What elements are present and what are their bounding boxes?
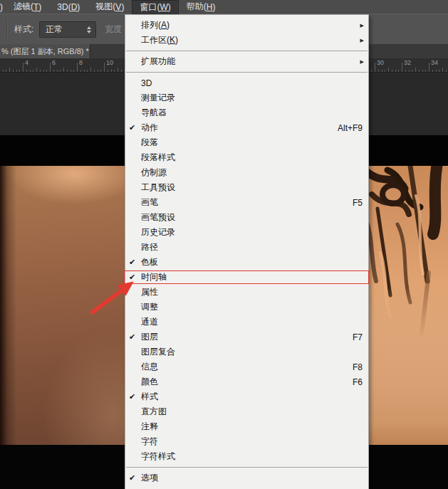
document-tab[interactable]: % (图层 1 副本, RGB/8) * × — [0, 44, 90, 58]
menu-item-label: 画笔 — [141, 196, 158, 209]
ruler-minor-tick — [43, 70, 44, 72]
ruler-minor-tick — [71, 70, 71, 72]
photo-skin-region — [0, 166, 128, 445]
menubar: )滤镜(T)3D(D)视图(V)窗口(W)帮助(H) — [0, 0, 448, 14]
ruler-minor-tick — [90, 68, 91, 72]
menubar-item[interactable]: 视图(V) — [88, 0, 132, 14]
menu-item-shortcut: F8 — [353, 362, 363, 372]
menu-item[interactable]: 属性 — [125, 285, 368, 300]
menu-item[interactable]: 工作区(K)▶ — [125, 33, 368, 48]
ruler-minor-tick — [36, 68, 37, 72]
menu-item[interactable]: 颜色F6 — [125, 374, 368, 389]
options-separator — [6, 20, 8, 38]
ruler-minor-tick — [9, 68, 10, 72]
menu-item[interactable]: 直方图 — [125, 404, 368, 419]
menu-item-shortcut: Alt+F9 — [338, 123, 363, 133]
ruler-minor-tick — [60, 70, 61, 72]
menu-item[interactable]: 字符 — [125, 434, 368, 449]
menu-item[interactable]: 仿制源 — [125, 165, 368, 180]
ruler-minor-tick — [3, 70, 4, 72]
branches-illustration — [366, 166, 448, 445]
menu-item-label: 段落样式 — [141, 152, 175, 164]
menu-item[interactable]: ✔色板 — [125, 255, 368, 270]
ruler-number: 34 — [431, 59, 438, 66]
ruler-minor-tick — [26, 70, 27, 72]
menu-item-label: 图层复合 — [141, 346, 175, 358]
menu-item[interactable]: 调整 — [125, 300, 368, 315]
ruler-minor-tick — [388, 68, 389, 72]
menu-item[interactable]: 通道 — [125, 315, 368, 330]
menubar-item[interactable]: 窗口(W) — [132, 0, 178, 14]
menubar-item[interactable]: 滤镜(T) — [6, 0, 49, 14]
menu-item-label: 属性 — [141, 286, 158, 298]
ruler-major-tick — [77, 63, 78, 72]
menu-item-label: 图层 — [141, 331, 158, 343]
ruler-number: 30 — [377, 59, 384, 66]
menu-item[interactable]: 排列(A)▶ — [125, 18, 368, 33]
menubar-item[interactable]: ) — [0, 0, 6, 14]
check-icon: ✔ — [129, 330, 135, 345]
menu-item[interactable]: 段落 — [125, 135, 368, 150]
ruler-minor-tick — [432, 70, 433, 72]
check-icon: ✔ — [129, 470, 135, 485]
menu-item[interactable]: 路径 — [125, 240, 368, 255]
menu-separator — [125, 48, 368, 54]
width-label: 宽度 — [105, 23, 122, 36]
menu-item[interactable]: 字符样式 — [125, 449, 368, 464]
menu-item[interactable]: ✔样式 — [125, 389, 368, 404]
menu-item-label: 样式 — [141, 391, 158, 403]
ruler-number: 6 — [52, 59, 56, 66]
menu-item-label: 段落 — [141, 137, 158, 149]
blend-mode-select[interactable]: 正常 — [39, 21, 96, 38]
menubar-item[interactable]: 3D(D) — [49, 0, 88, 14]
menu-item[interactable]: 导航器 — [125, 105, 368, 120]
menu-item[interactable]: 测量记录 — [125, 90, 368, 105]
menu-item[interactable]: 注释 — [125, 419, 368, 434]
menu-item-label: 时间轴 — [141, 271, 167, 283]
menu-item[interactable]: ✔选项 — [125, 470, 368, 485]
menu-item[interactable]: 画笔F5 — [125, 195, 368, 210]
photoshop-window: )滤镜(T)3D(D)视图(V)窗口(W)帮助(H) 样式: 正常 宽度 % (… — [0, 0, 448, 489]
ruler-minor-tick — [385, 70, 385, 72]
menu-item[interactable]: ✔时间轴 — [125, 270, 368, 285]
menu-item[interactable]: 历史记录 — [125, 225, 368, 240]
menubar-item[interactable]: 帮助(H) — [179, 0, 224, 14]
menu-item[interactable]: ✔图层F7 — [125, 330, 368, 345]
ruler-minor-tick — [118, 68, 118, 72]
menu-item[interactable]: 画笔预设 — [125, 210, 368, 225]
ruler-major-tick — [429, 63, 429, 72]
check-icon: ✔ — [129, 389, 135, 404]
submenu-arrow-icon: ▶ — [360, 33, 364, 48]
ruler-minor-tick — [108, 70, 108, 72]
style-label: 样式: — [14, 23, 33, 36]
stepper-icon — [87, 26, 91, 33]
ruler-minor-tick — [412, 70, 412, 72]
ruler-minor-tick — [33, 70, 33, 72]
menu-item[interactable]: 工具预设 — [125, 180, 368, 195]
menu-item[interactable]: 图层复合 — [125, 345, 368, 359]
ruler-minor-tick — [57, 70, 58, 72]
menu-item[interactable]: 信息F8 — [125, 359, 368, 374]
ruler-minor-tick — [40, 70, 41, 72]
menu-item[interactable]: 段落样式 — [125, 150, 368, 165]
check-icon: ✔ — [129, 120, 135, 135]
menu-item-label: 工具预设 — [141, 182, 175, 194]
ruler-minor-tick — [19, 70, 20, 72]
ruler-minor-tick — [63, 68, 64, 72]
ruler-minor-tick — [67, 70, 68, 72]
menu-item[interactable]: 扩展功能▶ — [125, 54, 368, 69]
menu-item-label: 颜色 — [141, 376, 158, 388]
check-icon: ✔ — [129, 255, 135, 270]
submenu-arrow-icon: ▶ — [360, 18, 364, 33]
menu-item-label: 选项 — [141, 472, 158, 484]
menu-item[interactable]: 3D — [125, 75, 368, 90]
menu-item[interactable]: ✔动作Alt+F9 — [125, 120, 368, 135]
menu-item-label: 画笔预设 — [141, 211, 175, 224]
ruler-minor-tick — [439, 70, 439, 72]
ruler-minor-tick — [425, 70, 426, 72]
menu-item-label: 字符 — [141, 436, 158, 448]
menu-item-label: 路径 — [141, 241, 158, 253]
ruler-minor-tick — [6, 70, 6, 72]
menu-item-label: 字符样式 — [141, 451, 175, 463]
ruler-major-tick — [50, 63, 51, 72]
